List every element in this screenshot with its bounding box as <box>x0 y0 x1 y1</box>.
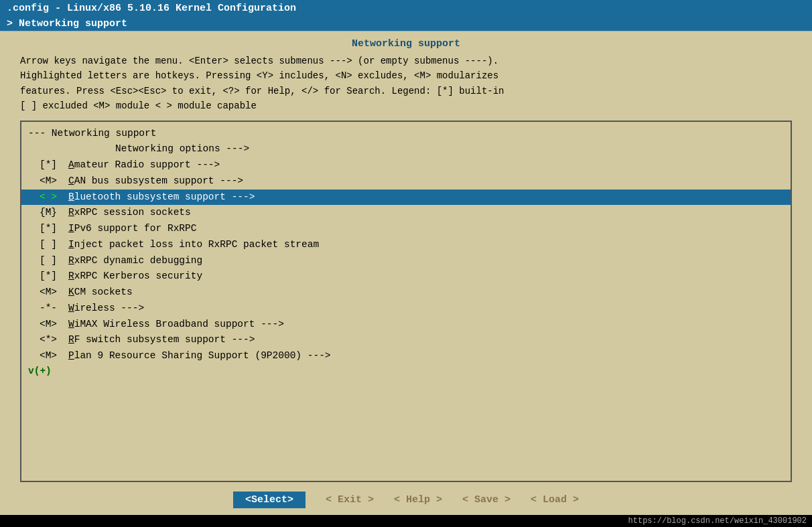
load-button[interactable]: < Load > <box>531 492 579 508</box>
menu-item-label: CAN bus subsystem support ---> <box>68 174 784 189</box>
menu-item[interactable]: {M}RxRPC session sockets <box>21 205 791 221</box>
menu-header: --- Networking support <box>21 126 791 142</box>
menu-item[interactable]: [*]RxRPC Kerberos security <box>21 269 791 285</box>
menu-item-label: Networking options ---> <box>115 142 784 157</box>
title-text: .config - Linux/x86 5.10.16 Kernel Confi… <box>7 3 296 14</box>
instruction-line: [ ] excluded <M> module < > module capab… <box>20 98 792 113</box>
bottom-bar: <Select> < Exit > < Help > < Save > < Lo… <box>0 486 812 515</box>
title-bar: .config - Linux/x86 5.10.16 Kernel Confi… <box>0 0 812 17</box>
instruction-line: Highlighted letters are hotkeys. Pressin… <box>20 68 792 83</box>
menu-item-bracket: < > <box>28 190 68 205</box>
menu-item[interactable]: [*]Amateur Radio support ---> <box>21 157 791 173</box>
subtitle-text: > Networking support <box>7 18 127 29</box>
center-title: Networking support <box>0 31 812 54</box>
menu-item-bracket: [ ] <box>28 254 68 269</box>
menu-item[interactable]: <M>WiMAX Wireless Broadband support ---> <box>21 317 791 333</box>
menu-item-label: Wireless ---> <box>68 301 784 316</box>
menu-item-label: Bluetooth subsystem support ---> <box>68 190 784 205</box>
menu-item-bracket: <M> <box>28 285 68 300</box>
main-area: Networking support Arrow keys navigate t… <box>0 31 812 515</box>
menu-item-bracket: [*] <box>28 158 68 173</box>
instruction-line: features. Press <Esc><Esc> to exit, <?> … <box>20 84 792 98</box>
menu-item-bracket: [*] <box>28 269 68 284</box>
menu-item-bracket: <M> <box>28 317 68 332</box>
menu-item[interactable]: <*>RF switch subsystem support ---> <box>21 332 791 348</box>
menu-item-bracket: {M} <box>28 206 68 220</box>
menu-item-label: Amateur Radio support ---> <box>68 158 784 173</box>
v-indicator: v(+) <box>21 364 791 378</box>
menu-item[interactable]: <M>Plan 9 Resource Sharing Support (9P20… <box>21 348 791 364</box>
menu-box[interactable]: --- Networking support Networking option… <box>20 121 792 482</box>
menu-item-bracket: [ ] <box>28 238 68 252</box>
instructions: Arrow keys navigate the menu. <Enter> se… <box>0 54 812 114</box>
menu-item-bracket: <M> <box>28 174 68 189</box>
menu-item-bracket: <M> <box>28 349 68 364</box>
menu-item[interactable]: <M>CAN bus subsystem support ---> <box>21 173 791 190</box>
menu-item-label: WiMAX Wireless Broadband support ---> <box>68 317 784 332</box>
menu-item-label: RxRPC Kerberos security <box>68 269 784 284</box>
watermark: https://blog.csdn.net/weixin_43001902 <box>0 515 812 527</box>
menu-item-bracket: <*> <box>28 333 68 348</box>
menu-item-label: RxRPC session sockets <box>68 206 784 220</box>
menu-item[interactable]: Networking options ---> <box>21 141 791 157</box>
app: .config - Linux/x86 5.10.16 Kernel Confi… <box>0 0 812 527</box>
menu-item-bracket: -*- <box>28 301 68 316</box>
exit-button[interactable]: < Exit > <box>326 492 374 508</box>
menu-item[interactable]: -*-Wireless ---> <box>21 301 791 317</box>
menu-item-label: RxRPC dynamic debugging <box>68 254 784 269</box>
menu-item[interactable]: [*]IPv6 support for RxRPC <box>21 221 791 237</box>
menu-item[interactable]: [ ]Inject packet loss into RxRPC packet … <box>21 237 791 253</box>
instruction-line: Arrow keys navigate the menu. <Enter> se… <box>20 54 792 68</box>
menu-item[interactable]: < >Bluetooth subsystem support ---> <box>21 190 791 206</box>
save-button[interactable]: < Save > <box>462 492 511 508</box>
menu-item-bracket: [*] <box>28 222 68 236</box>
menu-item[interactable]: [ ]RxRPC dynamic debugging <box>21 253 791 269</box>
menu-item-label: KCM sockets <box>68 285 784 300</box>
subtitle-bar: > Networking support <box>0 17 812 31</box>
menu-item-label: Plan 9 Resource Sharing Support (9P2000)… <box>68 349 784 364</box>
menu-item-label: Inject packet loss into RxRPC packet str… <box>68 238 784 252</box>
help-button[interactable]: < Help > <box>394 492 442 508</box>
menu-item-label: IPv6 support for RxRPC <box>68 222 784 236</box>
select-button[interactable]: <Select> <box>233 492 306 508</box>
menu-item-label: RF switch subsystem support ---> <box>68 333 784 348</box>
menu-item[interactable]: <M>KCM sockets <box>21 285 791 301</box>
